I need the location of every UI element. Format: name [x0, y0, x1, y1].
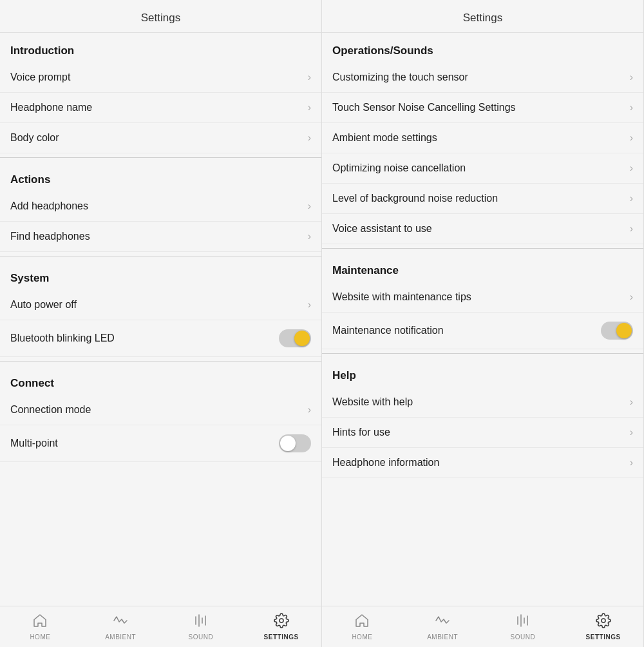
chevron-icon: › [630, 457, 633, 468]
divider [0, 256, 321, 256]
maintenance-notification-toggle[interactable] [601, 322, 633, 340]
left-panel-header: Settings [0, 0, 321, 33]
chevron-icon: › [308, 72, 311, 83]
nav-home[interactable]: HOME [0, 609, 80, 644]
svg-point-9 [601, 619, 605, 623]
item-multi-point[interactable]: Multi-point [0, 425, 321, 462]
item-voice-prompt[interactable]: Voice prompt › [0, 63, 321, 93]
chevron-icon: › [308, 200, 311, 212]
chevron-icon: › [630, 427, 633, 438]
divider [0, 361, 321, 362]
item-voice-assistant[interactable]: Voice assistant to use › [322, 214, 643, 244]
section-operations: Operations/Sounds [322, 33, 643, 63]
chevron-icon: › [630, 396, 633, 408]
right-bottom-nav: HOME AMBIENT SOUND [322, 606, 643, 647]
item-maintenance-website[interactable]: Website with maintenance tips › [322, 282, 643, 313]
nav-ambient[interactable]: AMBIENT [80, 609, 161, 644]
left-bottom-nav: HOME AMBIENT SOUND [0, 606, 321, 647]
item-bg-noise[interactable]: Level of background noise reduction › [322, 184, 643, 214]
item-help-website[interactable]: Website with help › [322, 387, 643, 418]
chevron-icon: › [630, 223, 633, 235]
section-introduction: Introduction [0, 33, 321, 63]
sound-icon [515, 613, 531, 632]
item-body-color[interactable]: Body color › [0, 123, 321, 153]
item-touch-sensor[interactable]: Customizing the touch sensor › [322, 63, 643, 93]
divider [322, 353, 643, 354]
section-help: Help [322, 358, 643, 387]
item-auto-power-off[interactable]: Auto power off › [0, 290, 321, 320]
item-touch-sensor-nc[interactable]: Touch Sensor Noise Cancelling Settings › [322, 93, 643, 123]
item-find-headphones[interactable]: Find headphones › [0, 222, 321, 252]
right-panel: Settings Operations/Sounds Customizing t… [322, 0, 644, 647]
bluetooth-led-toggle[interactable] [279, 329, 311, 347]
item-headphone-info[interactable]: Headphone information › [322, 448, 643, 478]
ambient-icon [113, 613, 128, 632]
nav-settings-right[interactable]: SETTINGS [563, 609, 643, 644]
sound-icon [193, 613, 209, 632]
item-connection-mode[interactable]: Connection mode › [0, 395, 321, 425]
multi-point-toggle[interactable] [279, 434, 311, 452]
chevron-icon: › [630, 162, 633, 174]
chevron-icon: › [630, 132, 633, 144]
chevron-icon: › [308, 299, 311, 311]
item-bluetooth-led[interactable]: Bluetooth blinking LED [0, 320, 321, 357]
item-ambient-mode[interactable]: Ambient mode settings › [322, 123, 643, 153]
divider [322, 248, 643, 249]
chevron-icon: › [630, 193, 633, 204]
right-panel-header: Settings [322, 0, 643, 33]
section-maintenance: Maintenance [322, 253, 643, 282]
left-settings-scroll: Introduction Voice prompt › Headphone na… [0, 33, 321, 606]
nav-sound[interactable]: SOUND [161, 609, 242, 644]
section-actions: Actions [0, 162, 321, 191]
chevron-icon: › [630, 291, 633, 303]
chevron-icon: › [308, 231, 311, 242]
home-icon [32, 613, 48, 632]
divider [0, 157, 321, 158]
nav-settings[interactable]: SETTINGS [241, 609, 321, 644]
left-panel: Settings Introduction Voice prompt › Hea… [0, 0, 322, 647]
settings-icon [596, 613, 611, 632]
ambient-icon [435, 613, 450, 632]
item-hints[interactable]: Hints for use › [322, 418, 643, 448]
item-headphone-name[interactable]: Headphone name › [0, 93, 321, 123]
item-add-headphones[interactable]: Add headphones › [0, 191, 321, 222]
item-maintenance-notification[interactable]: Maintenance notification [322, 313, 643, 349]
chevron-icon: › [308, 132, 311, 144]
svg-point-4 [279, 619, 283, 623]
nav-home-right[interactable]: HOME [322, 609, 402, 644]
settings-icon [274, 613, 289, 632]
chevron-icon: › [630, 72, 633, 83]
chevron-icon: › [308, 404, 311, 416]
section-connect: Connect [0, 365, 321, 395]
chevron-icon: › [308, 102, 311, 113]
nav-ambient-right[interactable]: AMBIENT [402, 609, 483, 644]
home-icon [354, 613, 370, 632]
section-system: System [0, 260, 321, 290]
chevron-icon: › [630, 102, 633, 113]
nav-sound-right[interactable]: SOUND [483, 609, 564, 644]
item-optimizing-nc[interactable]: Optimizing noise cancellation › [322, 153, 643, 184]
right-settings-scroll: Operations/Sounds Customizing the touch … [322, 33, 643, 606]
